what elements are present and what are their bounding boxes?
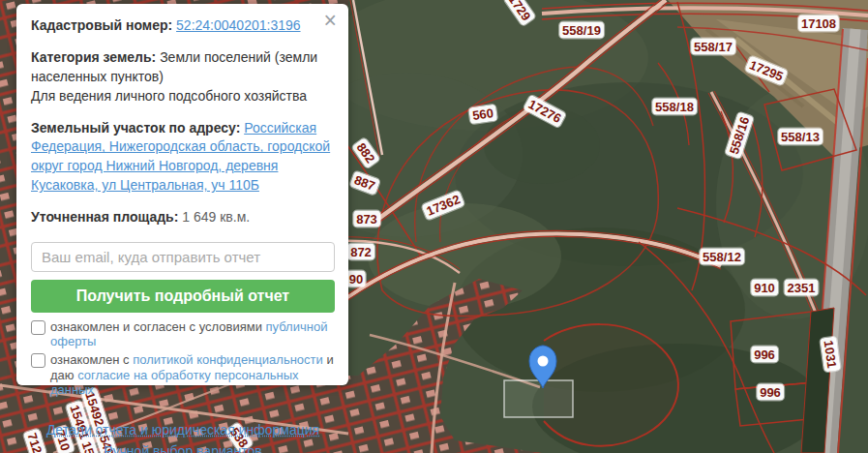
close-icon[interactable]: ×: [321, 10, 340, 31]
area-value: 1 649 кв.м.: [182, 209, 250, 225]
manual-select-link[interactable]: Ручной выбор вариантов: [104, 443, 262, 453]
land-usage-value: Для ведения личного подсобного хозяйства: [31, 88, 307, 104]
cadastral-number-label: Кадастровый номер:: [31, 17, 172, 33]
land-category-row: Категория земель: Земли поселений (земли…: [31, 48, 335, 106]
popup-footer-links: Детали отчета и юридическая информация Р…: [31, 421, 335, 453]
privacy-policy-link[interactable]: политикой конфиденциальности: [133, 352, 323, 367]
map-pin-icon[interactable]: [527, 344, 558, 388]
consent-offer-row: ознакомлен и согласен с условиями публич…: [31, 319, 335, 349]
get-report-button[interactable]: Получить подробный отчет: [31, 280, 335, 313]
consent-privacy-plain1: ознакомлен с: [50, 352, 133, 367]
privacy-checkbox[interactable]: [31, 353, 45, 368]
area-label: Уточненная площадь:: [31, 209, 178, 225]
parcel-info-popup: × Кадастровый номер: 52:24:0040201:3196 …: [16, 4, 348, 385]
consent-section: ознакомлен и согласен с условиями публич…: [31, 319, 335, 398]
consent-privacy-text: ознакомлен с политикой конфиденциальност…: [50, 352, 335, 398]
land-category-label: Категория земель:: [31, 49, 156, 65]
consent-offer-plain: ознакомлен и согласен с условиями: [50, 319, 266, 334]
consent-offer-text: ознакомлен и согласен с условиями публич…: [50, 319, 335, 349]
offer-checkbox[interactable]: [31, 320, 45, 335]
email-input[interactable]: [31, 242, 335, 272]
consent-privacy-row: ознакомлен с политикой конфиденциальност…: [31, 352, 335, 398]
address-label: Земельный участок по адресу:: [31, 120, 240, 136]
cadastral-number-row: Кадастровый номер: 52:24:0040201:3196: [31, 16, 335, 36]
personal-data-link[interactable]: согласие на обработку персональных данны…: [50, 368, 299, 398]
address-row: Земельный участок по адресу: Российская …: [31, 119, 335, 196]
report-details-link[interactable]: Детали отчета и юридическая информация: [46, 422, 319, 438]
cadastral-number-link[interactable]: 52:24:0040201:3196: [176, 17, 300, 33]
area-row: Уточненная площадь: 1 649 кв.м.: [31, 208, 335, 227]
